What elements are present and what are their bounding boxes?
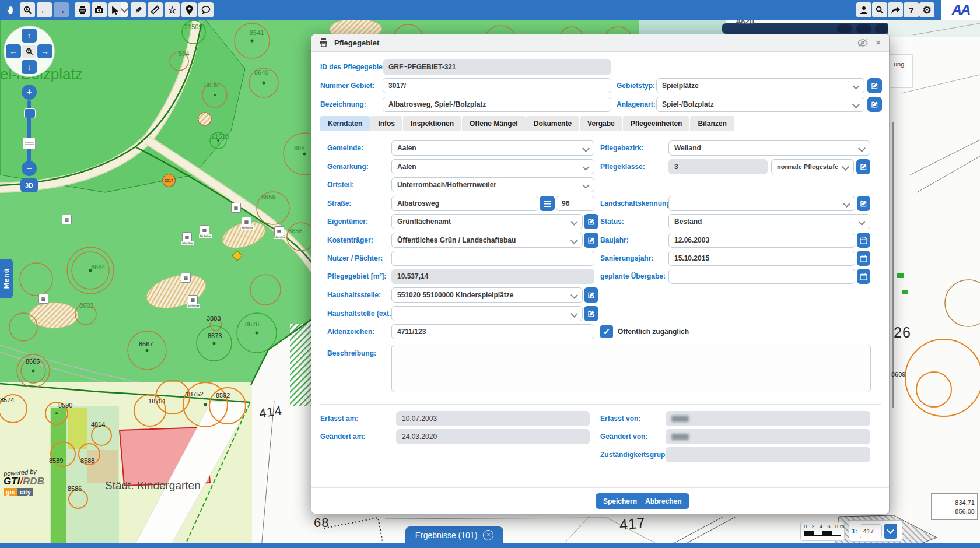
pflegestufe-select[interactable]: normale Pflegestufe <box>771 159 854 174</box>
strasse-list-button[interactable] <box>540 196 555 211</box>
print-map-button[interactable] <box>75 2 90 17</box>
comment-button[interactable] <box>198 2 214 17</box>
tab-kerndaten[interactable]: Kerndaten <box>320 116 370 131</box>
results-close-icon[interactable]: × <box>483 530 494 540</box>
pan-down-button[interactable]: ↓ <box>22 60 37 74</box>
user-button[interactable] <box>856 2 872 17</box>
cancel-button[interactable]: Abbrechen <box>638 493 690 509</box>
scale-ratio-control: 1: 417 <box>849 520 902 542</box>
app-screen: ← → ✎ ☆ ? ⚙ AA <box>0 0 980 548</box>
share-arrow-icon <box>891 6 900 14</box>
zoom-tool-button[interactable] <box>20 2 35 17</box>
gebietstyp-select[interactable]: Spielplätze <box>656 78 864 93</box>
tab-pflegeeinheiten[interactable]: Pflegeeinheiten <box>623 116 690 131</box>
haushaltstelle-ext-edit-button[interactable] <box>584 306 598 321</box>
eigentuemer-select[interactable]: Grünflächenamt <box>391 214 583 229</box>
anlagenart-select[interactable]: Spiel-/Bolzplatz <box>656 97 864 112</box>
zoom-extent-button[interactable] <box>22 45 36 58</box>
bezeichnung-input[interactable]: Albatrosweg, Spiel-/Bolzplatz <box>383 97 611 112</box>
share-button[interactable] <box>888 2 903 17</box>
tab-inspektionen[interactable]: Inspektionen <box>403 116 461 131</box>
aktenzeichen-input[interactable]: 4711/123 <box>391 324 594 339</box>
zoom-slider-handle[interactable] <box>24 108 36 118</box>
haushaltsstelle-edit-button[interactable] <box>584 287 598 303</box>
dialog-header[interactable]: Pflegegebiet × <box>312 34 889 52</box>
uebergabe-input[interactable] <box>668 269 855 284</box>
kostentraeger-select[interactable]: Öffentliches Grün / Landschaftsbau <box>391 233 583 248</box>
ratio-dropdown-button[interactable] <box>884 524 897 539</box>
app-logo[interactable]: AA <box>942 0 980 20</box>
location-button[interactable] <box>181 2 197 17</box>
hide-dialog-icon[interactable] <box>858 38 868 50</box>
chevron-down-icon <box>843 200 850 208</box>
tab-offene-maengel[interactable]: Offene Mängel <box>462 116 526 131</box>
hausnummer-input[interactable]: 96 <box>556 196 594 211</box>
gemarkung-select[interactable]: Aalen <box>391 159 594 174</box>
three-d-button[interactable]: 3D <box>20 178 38 192</box>
arrow-right-icon: → <box>41 47 49 56</box>
tab-vergabe[interactable]: Vergabe <box>580 116 622 131</box>
ortsteil-select[interactable]: Unterrombach/Hofherrnweiler <box>391 177 594 192</box>
nutzer-input[interactable] <box>391 251 594 266</box>
tab-dokumente[interactable]: Dokumente <box>526 116 579 131</box>
close-icon[interactable]: × <box>876 37 881 47</box>
anlagenart-value: Spiel-/Bolzplatz <box>662 100 714 108</box>
baujahr-calendar-button[interactable] <box>857 233 870 248</box>
geaendert-von-field <box>666 429 870 444</box>
beschreibung-textarea[interactable] <box>391 345 871 392</box>
menu-tab[interactable]: Menü <box>0 259 13 298</box>
select-tool-dropdown[interactable] <box>121 2 128 17</box>
select-tool-button[interactable] <box>108 2 121 17</box>
pan-up-button[interactable]: ↑ <box>22 29 37 43</box>
calendar-icon <box>860 237 867 244</box>
printer-icon[interactable] <box>319 38 328 50</box>
oeffentlich-checkbox[interactable]: ✓ <box>600 325 613 338</box>
haushaltsstelle-select[interactable]: 551020 55100000 Kinderspielplätze <box>391 287 583 303</box>
landschaftskennung-select[interactable] <box>668 196 855 211</box>
camera-icon <box>94 6 104 14</box>
chevron-down-icon <box>858 145 866 152</box>
strasse-input[interactable]: Albatrosweg <box>391 196 538 211</box>
pflegebezirk-select[interactable]: Welland <box>668 140 870 156</box>
results-bar[interactable]: Ergebnisse (101) × <box>405 526 503 543</box>
baujahr-input[interactable]: 12.06.2003 <box>668 233 855 248</box>
sanierungsjahr-calendar-button[interactable] <box>857 251 870 266</box>
redacted-value <box>671 434 689 440</box>
status-select[interactable]: Bestand <box>668 214 870 229</box>
map-furniture-icon: ▦ <box>181 273 191 283</box>
gemeinde-select[interactable]: Aalen <box>391 140 594 156</box>
screenshot-button[interactable] <box>92 2 107 17</box>
pflegeklasse-field: 3 <box>668 159 768 174</box>
settings-button[interactable]: ⚙ <box>919 2 935 17</box>
draw-button[interactable]: ✎ <box>131 2 146 17</box>
zoom-in-button[interactable]: + <box>22 85 37 100</box>
pan-right-button[interactable]: → <box>37 44 52 58</box>
tab-infos[interactable]: Infos <box>370 116 402 131</box>
top-toolbar: ← → ✎ ☆ ? ⚙ AA <box>0 0 980 20</box>
gebietstyp-edit-button[interactable] <box>867 78 882 93</box>
ratio-value-input[interactable]: 417 <box>860 524 882 538</box>
pan-hand-icon[interactable] <box>4 3 18 17</box>
forward-button[interactable]: → <box>54 2 69 17</box>
zoom-out-button[interactable]: − <box>22 161 37 176</box>
id-field: GRF~PFGEBIET-321 <box>383 59 611 75</box>
pflegeklasse-edit-button[interactable] <box>856 159 870 174</box>
field-label: Pflegebezirk: <box>600 140 644 156</box>
landschaftskennung-edit-button[interactable] <box>857 196 870 211</box>
pan-left-button[interactable]: ← <box>6 44 21 58</box>
ortsteil-value: Unterrombach/Hofherrnweiler <box>397 181 496 189</box>
back-button[interactable]: ← <box>37 2 52 17</box>
help-button[interactable]: ? <box>904 2 919 17</box>
search-button[interactable] <box>872 2 887 17</box>
eigentuemer-edit-button[interactable] <box>584 214 598 229</box>
uebergabe-calendar-button[interactable] <box>857 269 870 284</box>
kostentraeger-edit-button[interactable] <box>584 233 598 248</box>
measure-button[interactable] <box>148 2 163 17</box>
sanierungsjahr-input[interactable]: 15.10.2015 <box>668 251 855 266</box>
favorites-button[interactable]: ☆ <box>164 2 180 17</box>
haushaltstelle-ext-select[interactable] <box>391 306 583 321</box>
anlagenart-edit-button[interactable] <box>867 97 882 112</box>
nummer-gebiet-input[interactable]: 3017/ <box>383 78 611 93</box>
field-label: Erfasst von: <box>600 411 640 426</box>
tab-bilanzen[interactable]: Bilanzen <box>690 116 734 131</box>
